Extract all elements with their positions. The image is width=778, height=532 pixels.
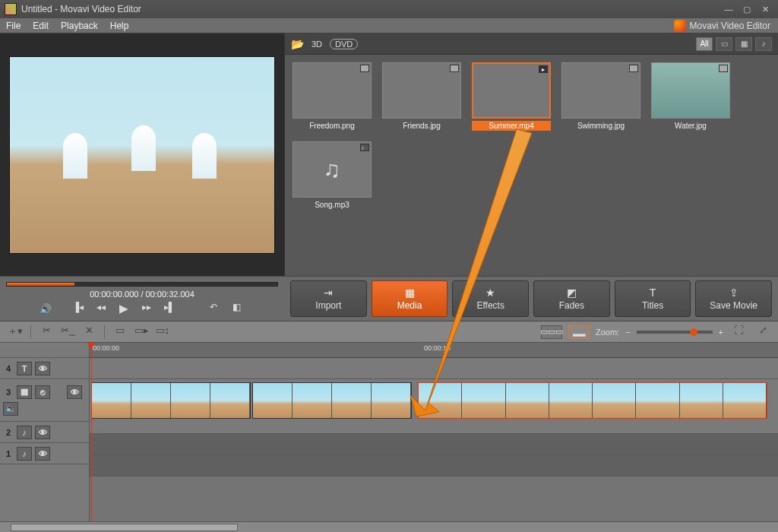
drag-arrow-overlay [0,0,778,532]
